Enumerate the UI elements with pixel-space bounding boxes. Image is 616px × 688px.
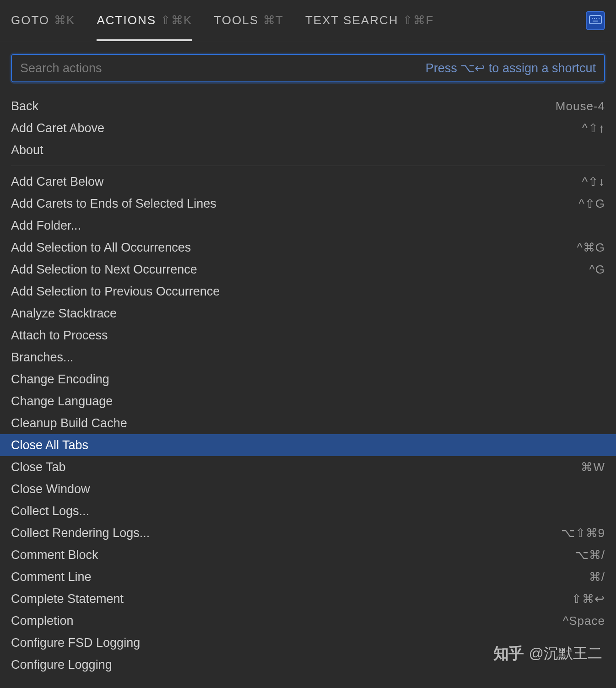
item-shortcut: Mouse-4 — [556, 99, 605, 113]
item-shortcut: ⇧⌘↩ — [572, 592, 605, 606]
svg-rect-0 — [589, 16, 601, 24]
item-shortcut: ^⇧↑ — [582, 121, 605, 135]
item-shortcut: ⌥⇧⌘9 — [561, 526, 605, 540]
item-shortcut: ⌥⌘/ — [575, 548, 605, 562]
list-item[interactable]: Cleanup Build Cache — [0, 412, 616, 434]
tab-shortcut: ⇧⌘K — [161, 13, 192, 27]
item-label: Close Window — [11, 482, 605, 496]
tab-text-search[interactable]: TEXT SEARCH ⇧⌘F — [294, 0, 444, 41]
item-label: Collect Logs... — [11, 504, 605, 518]
list-item[interactable]: Comment Line⌘/ — [0, 566, 616, 588]
item-label: Add Caret Above — [11, 121, 582, 135]
tab-label: TEXT SEARCH — [305, 13, 399, 27]
list-item[interactable]: Branches... — [0, 346, 616, 368]
item-label: Configure FSD Logging — [11, 636, 605, 650]
item-label: Change Encoding — [11, 372, 605, 387]
item-label: Branches... — [11, 350, 605, 365]
item-shortcut: ^G — [589, 263, 605, 277]
keyboard-icon — [589, 15, 602, 26]
list-item[interactable]: Close All Tabs — [0, 434, 616, 456]
item-label: Close All Tabs — [11, 438, 605, 452]
list-item[interactable]: Close Tab⌘W — [0, 456, 616, 478]
item-label: Attach to Process — [11, 328, 605, 343]
item-label: Configure Logging — [11, 658, 605, 672]
item-label: Complete Statement — [11, 592, 572, 606]
list-item[interactable]: Add Carets to Ends of Selected Lines^⇧G — [0, 193, 616, 215]
item-label: Back — [11, 99, 556, 113]
tab-bar: GOTO ⌘K ACTIONS ⇧⌘K TOOLS ⌘T TEXT SEARCH… — [0, 0, 616, 41]
list-item[interactable]: About — [0, 139, 616, 161]
item-label: Collect Rendering Logs... — [11, 526, 561, 540]
item-label: About — [11, 143, 605, 157]
list-item[interactable]: Add Selection to All Occurrences^⌘G — [0, 236, 616, 258]
tab-shortcut: ⌘T — [263, 13, 283, 27]
tab-actions[interactable]: ACTIONS ⇧⌘K — [86, 0, 203, 41]
list-item[interactable]: Completion^Space — [0, 610, 616, 632]
list-item[interactable]: Collect Rendering Logs...⌥⇧⌘9 — [0, 522, 616, 544]
item-shortcut: ⌘W — [581, 460, 605, 474]
list-item[interactable]: Add Caret Above^⇧↑ — [0, 117, 616, 139]
list-item[interactable]: Change Encoding — [0, 368, 616, 390]
list-item[interactable]: Analyze Stacktrace — [0, 302, 616, 324]
list-item[interactable]: Close Window — [0, 478, 616, 500]
search-input[interactable] — [20, 61, 426, 75]
tab-label: ACTIONS — [97, 13, 156, 27]
search-box[interactable]: Press ⌥↩ to assign a shortcut — [11, 54, 605, 82]
list-item[interactable]: Add Caret Below^⇧↓ — [0, 171, 616, 193]
list-item[interactable]: Comment Block⌥⌘/ — [0, 544, 616, 566]
list-item[interactable]: Complete Statement⇧⌘↩ — [0, 588, 616, 610]
item-label: Comment Line — [11, 570, 589, 584]
item-shortcut: ⌘/ — [589, 570, 605, 584]
item-shortcut: ^Space — [563, 614, 605, 628]
tab-tools[interactable]: TOOLS ⌘T — [203, 0, 294, 41]
item-label: Add Selection to Previous Occurrence — [11, 285, 605, 299]
list-item[interactable]: Add Folder... — [0, 215, 616, 236]
tab-label: GOTO — [11, 13, 49, 27]
item-label: Comment Block — [11, 548, 575, 562]
item-shortcut: ^⌘G — [577, 241, 605, 255]
item-label: Change Language — [11, 394, 605, 408]
item-label: Add Caret Below — [11, 175, 582, 189]
list-item[interactable]: Configure FSD Logging — [0, 632, 616, 654]
item-shortcut: ^⇧↓ — [582, 175, 605, 189]
item-shortcut: ^⇧G — [579, 197, 605, 211]
item-label: Analyze Stacktrace — [11, 306, 605, 321]
item-label: Add Folder... — [11, 219, 605, 233]
keyboard-shortcuts-button[interactable] — [586, 11, 605, 30]
tab-shortcut: ⇧⌘F — [403, 13, 433, 27]
item-label: Add Selection to Next Occurrence — [11, 263, 589, 277]
list-item[interactable]: Add Selection to Next Occurrence^G — [0, 258, 616, 280]
item-label: Completion — [11, 614, 563, 628]
item-label: Add Selection to All Occurrences — [11, 241, 577, 255]
search-row: Press ⌥↩ to assign a shortcut — [0, 41, 616, 91]
tab-goto[interactable]: GOTO ⌘K — [11, 0, 86, 41]
tab-label: TOOLS — [214, 13, 259, 27]
divider — [11, 166, 605, 166]
list-item[interactable]: Change Language — [0, 390, 616, 412]
tab-shortcut: ⌘K — [54, 13, 75, 27]
item-label: Cleanup Build Cache — [11, 416, 605, 430]
list-item[interactable]: BackMouse-4 — [0, 95, 616, 117]
list-item[interactable]: Add Selection to Previous Occurrence — [0, 280, 616, 302]
action-list: BackMouse-4Add Caret Above^⇧↑AboutAdd Ca… — [0, 91, 616, 676]
list-item[interactable]: Attach to Process — [0, 324, 616, 346]
list-item[interactable]: Collect Logs... — [0, 500, 616, 522]
item-label: Close Tab — [11, 460, 581, 474]
item-label: Add Carets to Ends of Selected Lines — [11, 197, 579, 211]
search-hint: Press ⌥↩ to assign a shortcut — [426, 61, 596, 75]
list-item[interactable]: Configure Logging — [0, 654, 616, 676]
